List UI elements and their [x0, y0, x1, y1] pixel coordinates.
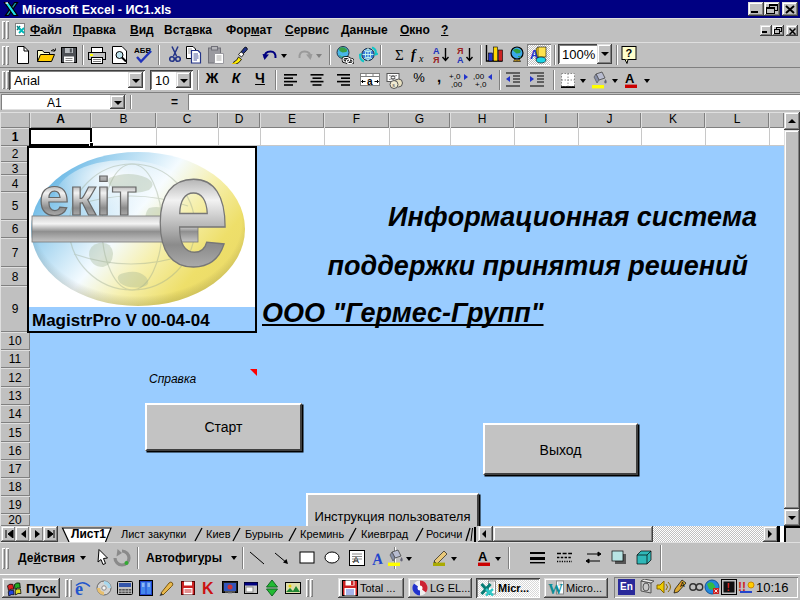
- svg-text:Σ: Σ: [395, 47, 404, 63]
- svg-text:А: А: [478, 549, 488, 564]
- svg-text:A: A: [680, 581, 685, 588]
- svg-text:?: ?: [626, 47, 633, 59]
- svg-text:А: А: [371, 550, 384, 567]
- svg-text:А: А: [625, 71, 635, 86]
- svg-text:,00: ,00: [451, 80, 463, 89]
- svg-text:x: x: [418, 53, 424, 63]
- svg-text:K: K: [202, 580, 214, 596]
- svg-text:+,0: +,0: [475, 80, 487, 89]
- svg-text:s: s: [392, 82, 395, 88]
- svg-text:f: f: [411, 47, 417, 62]
- svg-text:a: a: [367, 76, 373, 87]
- svg-text:W: W: [548, 581, 563, 596]
- svg-text:A: A: [353, 555, 359, 565]
- svg-text:А: А: [457, 55, 464, 64]
- svg-text:!: !: [727, 582, 730, 593]
- svg-text:Я: Я: [433, 55, 439, 64]
